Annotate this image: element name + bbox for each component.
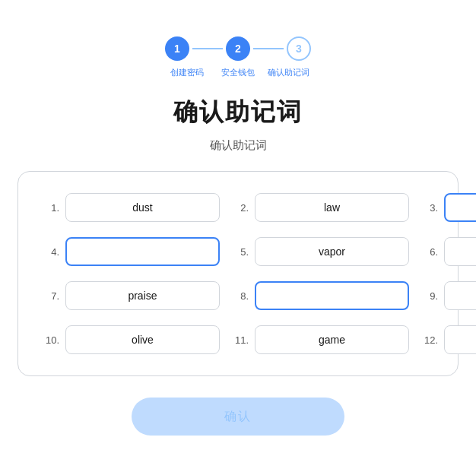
- step-2: 2: [226, 36, 250, 61]
- mnemonic-number: 4.: [43, 246, 59, 258]
- mnemonic-word-input[interactable]: [255, 325, 409, 354]
- mnemonic-item: 8.: [232, 281, 409, 310]
- mnemonic-item: 2.: [232, 193, 409, 222]
- main-container: 1 2 3 创建密码 安全钱包 确认助记词 确认助记词 确认助记词 1.2.3.…: [17, 21, 459, 451]
- mnemonic-grid: 1.2.3.4.5.6.7.8.9.10.11.12.: [43, 193, 433, 354]
- mnemonic-number: 11.: [232, 334, 249, 346]
- mnemonic-number: 6.: [421, 246, 438, 258]
- mnemonic-word-input[interactable]: [444, 237, 476, 266]
- step-line-1: [192, 48, 223, 49]
- mnemonic-number: 8.: [232, 290, 249, 302]
- mnemonic-item: 3.: [421, 193, 476, 222]
- mnemonic-item: 12.: [421, 325, 476, 354]
- mnemonic-word-input[interactable]: [255, 237, 409, 266]
- step-label-1: 创建密码: [162, 67, 213, 78]
- mnemonic-number: 5.: [232, 246, 249, 258]
- page-title: 确认助记词: [173, 96, 303, 129]
- mnemonic-number: 1.: [43, 202, 59, 214]
- step-labels: 创建密码 安全钱包 确认助记词: [162, 67, 314, 78]
- mnemonic-number: 2.: [232, 202, 249, 214]
- mnemonic-word-input[interactable]: [255, 281, 409, 310]
- mnemonic-word-input[interactable]: [65, 325, 220, 354]
- mnemonic-number: 12.: [421, 334, 438, 346]
- mnemonic-word-input[interactable]: [65, 281, 220, 310]
- step-1: 1: [165, 36, 189, 61]
- mnemonic-number: 7.: [43, 290, 59, 302]
- mnemonic-word-input[interactable]: [65, 193, 220, 222]
- step-3: 3: [287, 36, 311, 61]
- mnemonic-item: 9.: [421, 281, 476, 310]
- confirm-button[interactable]: 确认: [132, 398, 344, 436]
- mnemonic-word-input[interactable]: [444, 281, 476, 310]
- mnemonic-item: 10.: [43, 325, 220, 354]
- mnemonic-word-input[interactable]: [255, 193, 409, 222]
- mnemonic-item: 4.: [43, 237, 220, 266]
- step-label-2: 安全钱包: [213, 67, 264, 78]
- mnemonic-number: 10.: [43, 334, 59, 346]
- step-line-2: [253, 48, 284, 49]
- page-subtitle: 确认助记词: [210, 138, 267, 153]
- mnemonic-card: 1.2.3.4.5.6.7.8.9.10.11.12.: [17, 171, 459, 376]
- mnemonic-number: 9.: [421, 290, 438, 302]
- mnemonic-word-input[interactable]: [65, 237, 220, 266]
- mnemonic-item: 1.: [43, 193, 220, 222]
- mnemonic-word-input[interactable]: [444, 193, 476, 222]
- mnemonic-item: 5.: [232, 237, 409, 266]
- mnemonic-word-input[interactable]: [444, 325, 476, 354]
- mnemonic-item: 7.: [43, 281, 220, 310]
- step-label-3: 确认助记词: [263, 67, 314, 78]
- mnemonic-item: 6.: [421, 237, 476, 266]
- mnemonic-number: 3.: [421, 202, 438, 214]
- step-indicator: 1 2 3: [165, 36, 311, 61]
- mnemonic-item: 11.: [232, 325, 409, 354]
